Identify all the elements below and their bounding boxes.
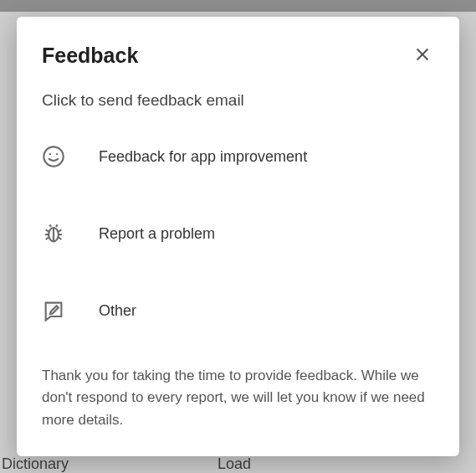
- smile-icon: [42, 145, 65, 168]
- close-icon: [413, 45, 432, 66]
- option-label: Report a problem: [99, 225, 215, 243]
- dialog-header: Feedback: [42, 44, 434, 68]
- svg-line-7: [46, 229, 49, 231]
- svg-point-2: [44, 147, 63, 166]
- svg-line-9: [46, 238, 49, 239]
- dialog-title: Feedback: [42, 44, 138, 68]
- option-label: Feedback for app improvement: [99, 148, 307, 166]
- bug-icon: [42, 222, 65, 245]
- svg-point-3: [49, 153, 51, 155]
- svg-line-10: [59, 229, 62, 231]
- svg-line-14: [56, 225, 58, 227]
- feedback-dialog: Feedback Click to send feedback email Fe…: [17, 17, 459, 456]
- option-label: Other: [99, 302, 136, 320]
- svg-line-13: [49, 225, 51, 227]
- svg-point-4: [56, 153, 58, 155]
- svg-line-12: [59, 238, 62, 239]
- feedback-option-problem[interactable]: Report a problem: [42, 210, 434, 257]
- feedback-option-other[interactable]: Other: [42, 287, 434, 334]
- dialog-subtitle: Click to send feedback email: [42, 91, 434, 110]
- note-icon: [42, 299, 65, 322]
- close-button[interactable]: [411, 44, 434, 68]
- dialog-footer-note: Thank you for taking the time to provide…: [42, 365, 434, 431]
- feedback-option-improvement[interactable]: Feedback for app improvement: [42, 133, 434, 180]
